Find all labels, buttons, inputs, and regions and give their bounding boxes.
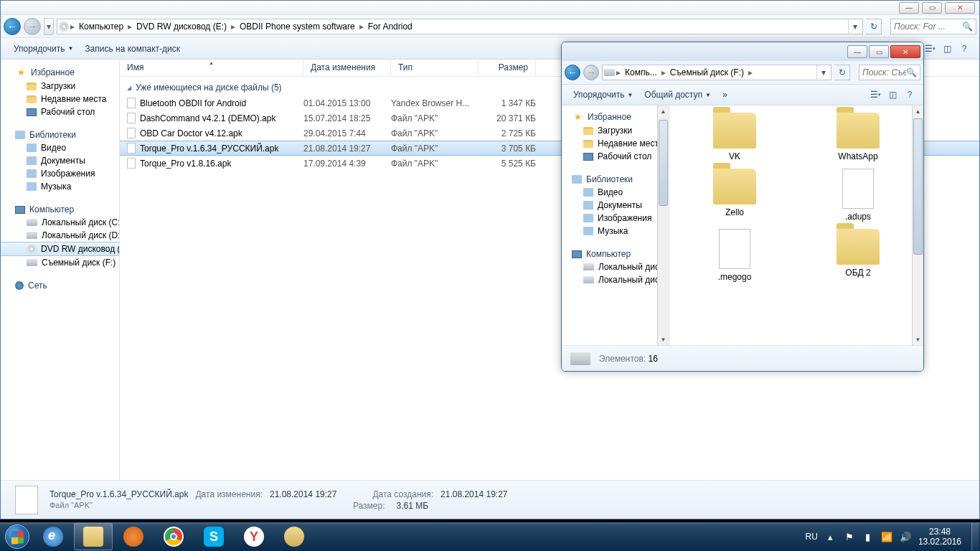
sec-nav-computer[interactable]: Компьютер: [562, 248, 669, 260]
search-box[interactable]: 🔍: [890, 19, 976, 34]
item-tile[interactable]: Zello: [677, 169, 793, 222]
col-type[interactable]: Тип: [391, 60, 479, 76]
history-dropdown[interactable]: ▾: [44, 18, 54, 35]
sec-more-button[interactable]: »: [717, 87, 733, 103]
sec-view-mode-button[interactable]: ☰▾: [867, 87, 883, 103]
close-button[interactable]: ✕: [945, 2, 975, 14]
nav-drive-e[interactable]: DVD RW дисковод (E:): [1, 242, 119, 256]
search-input[interactable]: [894, 22, 962, 32]
sec-maximize-button[interactable]: ▭: [869, 45, 889, 58]
nav-documents[interactable]: Документы: [1, 154, 119, 167]
tray-wifi-icon[interactable]: 📶: [881, 531, 892, 542]
item-tile[interactable]: .adups: [800, 169, 916, 222]
nav-downloads[interactable]: Загрузки: [1, 80, 119, 93]
nav-music[interactable]: Музыка: [1, 180, 119, 193]
tray-clock[interactable]: 23:48 13.02.2016: [918, 527, 961, 547]
tray-network-icon[interactable]: ▮: [862, 531, 874, 542]
taskbar-skype[interactable]: S: [194, 523, 233, 550]
taskbar-explorer[interactable]: [74, 523, 113, 550]
breadcrumb-sep[interactable]: ▸: [660, 67, 667, 77]
breadcrumb[interactable]: OBDII Phone system software: [237, 22, 358, 32]
scroll-thumb[interactable]: [913, 118, 923, 255]
nav-favorites[interactable]: ★Избранное: [1, 65, 119, 80]
taskbar-paint[interactable]: [275, 523, 314, 550]
sec-items-scrollbar[interactable]: ▲ ▼: [912, 105, 923, 345]
breadcrumb[interactable]: Компьютер: [76, 22, 126, 32]
tray-show-hidden-icon[interactable]: ▴: [825, 531, 837, 542]
sec-minimize-button[interactable]: —: [847, 45, 867, 58]
tray-lang[interactable]: RU: [806, 532, 818, 542]
address-dropdown[interactable]: ▾: [848, 19, 861, 34]
nav-videos[interactable]: Видео: [1, 141, 119, 154]
sec-search-input[interactable]: [862, 67, 906, 77]
taskbar-chrome[interactable]: [154, 523, 193, 550]
sec-nav-favorites[interactable]: ★Избранное: [562, 110, 669, 124]
burn-disc-button[interactable]: Запись на компакт-диск: [79, 41, 186, 57]
forward-button[interactable]: →: [24, 18, 41, 35]
col-size[interactable]: Размер: [479, 60, 536, 76]
back-button[interactable]: ←: [4, 18, 21, 35]
sec-forward-button[interactable]: →: [583, 65, 599, 80]
breadcrumb[interactable]: Компь...: [622, 67, 660, 77]
taskbar-ie[interactable]: [34, 523, 72, 550]
col-date[interactable]: Дата изменения: [303, 60, 391, 76]
sec-nav-pictures[interactable]: Изображения: [562, 212, 669, 225]
taskbar-yandex[interactable]: [235, 523, 273, 550]
taskbar-wmp[interactable]: [114, 523, 153, 550]
organize-button[interactable]: Упорядочить▼: [8, 41, 79, 57]
tray-volume-icon[interactable]: 🔊: [900, 531, 911, 542]
sec-organize-button[interactable]: Упорядочить▼: [567, 87, 639, 103]
scroll-up-icon[interactable]: ▲: [913, 105, 923, 117]
sec-nav-music[interactable]: Музыка: [562, 225, 669, 237]
maximize-button[interactable]: ▭: [922, 2, 942, 14]
sec-nav-downloads[interactable]: Загрузки: [562, 124, 669, 137]
item-tile[interactable]: VK: [677, 113, 793, 161]
sec-close-button[interactable]: ✕: [890, 45, 920, 58]
breadcrumb-sep[interactable]: ▸: [615, 67, 622, 77]
sec-nav-recent[interactable]: Недавние места: [562, 137, 669, 150]
tray-flag-icon[interactable]: ⚑: [844, 531, 855, 542]
sec-nav-drive-d[interactable]: Локальный диск (D:): [562, 273, 669, 286]
sec-search-box[interactable]: 🔍: [859, 65, 920, 80]
sec-address-bar[interactable]: ▸ Компь... ▸ Съемный диск (F:) ▸ ▾: [602, 65, 831, 80]
scroll-down-icon[interactable]: ▼: [658, 334, 669, 345]
nav-network[interactable]: Сеть: [1, 279, 119, 292]
sec-nav-drive-c[interactable]: Локальный диск (C:): [562, 260, 669, 273]
sec-nav-documents[interactable]: Документы: [562, 199, 669, 212]
sec-nav-scrollbar[interactable]: ▲ ▼: [657, 105, 669, 345]
nav-drive-f[interactable]: Съемный диск (F:): [1, 256, 119, 269]
sec-nav-videos[interactable]: Видео: [562, 186, 669, 199]
item-tile[interactable]: WhatsApp: [800, 113, 916, 161]
item-tile[interactable]: .megogo: [677, 229, 793, 282]
view-mode-button[interactable]: ☰▾: [922, 41, 938, 57]
breadcrumb-sep[interactable]: ▸: [69, 22, 76, 32]
scroll-thumb[interactable]: [659, 120, 668, 206]
sec-refresh-button[interactable]: ↻: [834, 65, 850, 80]
breadcrumb-sep[interactable]: ▸: [230, 22, 237, 32]
breadcrumb-sep[interactable]: ▸: [747, 67, 754, 77]
preview-pane-button[interactable]: ◫: [939, 41, 955, 57]
sec-address-dropdown[interactable]: ▾: [816, 65, 829, 80]
nav-pictures[interactable]: Изображения: [1, 167, 119, 180]
item-tile[interactable]: ОБД 2: [800, 229, 916, 282]
help-button[interactable]: ?: [956, 41, 972, 57]
scroll-up-icon[interactable]: ▲: [658, 105, 669, 117]
start-button[interactable]: [1, 523, 33, 550]
sec-back-button[interactable]: ←: [565, 65, 580, 80]
breadcrumb[interactable]: DVD RW дисковод (E:): [133, 22, 230, 32]
nav-libraries[interactable]: Библиотеки: [1, 128, 119, 141]
breadcrumb[interactable]: Съемный диск (F:): [667, 67, 747, 77]
breadcrumb-sep[interactable]: ▸: [358, 22, 365, 32]
sec-share-button[interactable]: Общий доступ▼: [639, 87, 717, 103]
col-name[interactable]: Имя: [120, 60, 303, 76]
minimize-button[interactable]: —: [899, 2, 919, 14]
breadcrumb[interactable]: For Andriod: [365, 22, 415, 32]
refresh-button[interactable]: ↻: [866, 19, 882, 34]
nav-drive-c[interactable]: Локальный диск (C:): [1, 216, 119, 229]
sec-help-button[interactable]: ?: [902, 87, 918, 103]
address-bar[interactable]: ▸ Компьютер ▸ DVD RW дисковод (E:) ▸ OBD…: [57, 19, 863, 34]
show-desktop-button[interactable]: [971, 523, 979, 550]
nav-drive-d[interactable]: Локальный диск (D:): [1, 229, 119, 242]
breadcrumb-sep[interactable]: ▸: [126, 22, 133, 32]
scroll-down-icon[interactable]: ▼: [913, 334, 923, 345]
